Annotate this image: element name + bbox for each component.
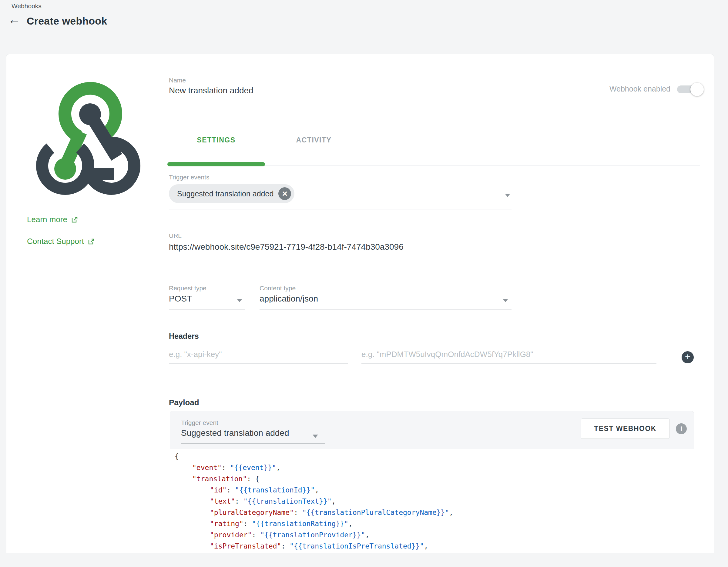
name-field-label: Name — [169, 77, 186, 84]
header-key-input[interactable] — [169, 350, 348, 364]
chevron-down-icon — [313, 434, 318, 438]
chevron-down-icon — [505, 194, 510, 197]
contact-support-link[interactable]: Contact Support — [27, 237, 95, 246]
learn-more-label: Learn more — [27, 215, 67, 224]
request-type-select[interactable]: POST — [169, 294, 192, 303]
trigger-events-label: Trigger events — [169, 174, 209, 181]
request-type-underline — [169, 309, 245, 310]
back-arrow-icon[interactable]: ← — [8, 13, 21, 26]
test-webhook-button[interactable]: TEST WEBHOOK — [581, 418, 670, 439]
headers-section-title: Headers — [169, 332, 199, 340]
chevron-down-icon — [237, 299, 242, 302]
trigger-events-underline — [169, 209, 512, 210]
content-type-underline — [260, 309, 512, 310]
name-field[interactable]: New translation added — [169, 86, 253, 96]
header-value-input[interactable] — [361, 350, 656, 364]
code-line: "translation": { — [170, 473, 694, 485]
webhook-enabled-label: Webhook enabled — [570, 85, 670, 93]
code-line: "text": "{{translationText}}", — [170, 496, 694, 507]
payload-trigger-event-underline — [181, 443, 325, 444]
url-field-label: URL — [169, 232, 182, 240]
learn-more-link[interactable]: Learn more — [27, 215, 78, 224]
payload-trigger-event-select[interactable]: Suggested translation added — [181, 428, 289, 438]
contact-support-label: Contact Support — [27, 237, 84, 246]
info-icon[interactable]: i — [676, 423, 687, 434]
code-line: "pluralCategoryName": "{{translationPlur… — [170, 507, 694, 518]
request-type-label: Request type — [169, 284, 206, 292]
content-type-select[interactable]: application/json — [260, 294, 318, 303]
payload-panel: Trigger event Suggested translation adde… — [170, 411, 694, 553]
external-link-icon — [88, 238, 95, 245]
create-webhook-page: Webhooks ← Create webhook Learn more — [0, 0, 728, 567]
webhook-enabled-toggle[interactable] — [677, 86, 702, 93]
chip-remove-button[interactable]: × — [278, 187, 291, 200]
payload-section-title: Payload — [169, 398, 199, 407]
indent-guide — [196, 485, 196, 553]
indent-guide — [178, 463, 178, 553]
url-field[interactable]: https://webhook.site/c9e75921-7719-4f28-… — [169, 242, 404, 252]
url-field-underline — [169, 259, 700, 259]
code-line: { — [170, 451, 694, 462]
webhook-card: Learn more Contact Support Name New tran… — [6, 54, 714, 553]
code-line: "isPreTranslated": "{{translationIsPreTr… — [170, 541, 694, 552]
code-line: "provider": "{{translationProvider}}", — [170, 529, 694, 541]
tab-settings[interactable]: SETTINGS — [167, 136, 265, 144]
payload-trigger-event-label: Trigger event — [181, 419, 218, 426]
chip-label: Suggested translation added — [177, 190, 273, 198]
name-field-underline — [169, 105, 512, 105]
payload-code-editor[interactable]: {"event": "{{event}}","translation": {"i… — [170, 449, 694, 553]
code-line: "createdAt": "{{translationCreatedAt}}", — [170, 552, 694, 553]
webhook-logo-icon — [28, 76, 149, 197]
trigger-event-chip[interactable]: Suggested translation added × — [169, 184, 294, 203]
external-link-icon — [71, 216, 78, 223]
page-title: Create webhook — [27, 15, 107, 27]
code-line: "id": "{{translationId}}", — [170, 485, 694, 496]
code-line: "rating": "{{translationRating}}", — [170, 518, 694, 529]
chevron-down-icon — [503, 299, 508, 302]
active-tab-indicator — [167, 162, 265, 166]
toggle-knob — [690, 83, 704, 96]
payload-panel-header: Trigger event Suggested translation adde… — [170, 411, 694, 449]
content-type-label: Content type — [260, 284, 296, 292]
code-line: "event": "{{event}}", — [170, 462, 694, 473]
tab-activity[interactable]: ACTIVITY — [265, 136, 363, 144]
add-header-button[interactable]: + — [682, 351, 694, 363]
breadcrumb[interactable]: Webhooks — [12, 2, 42, 10]
